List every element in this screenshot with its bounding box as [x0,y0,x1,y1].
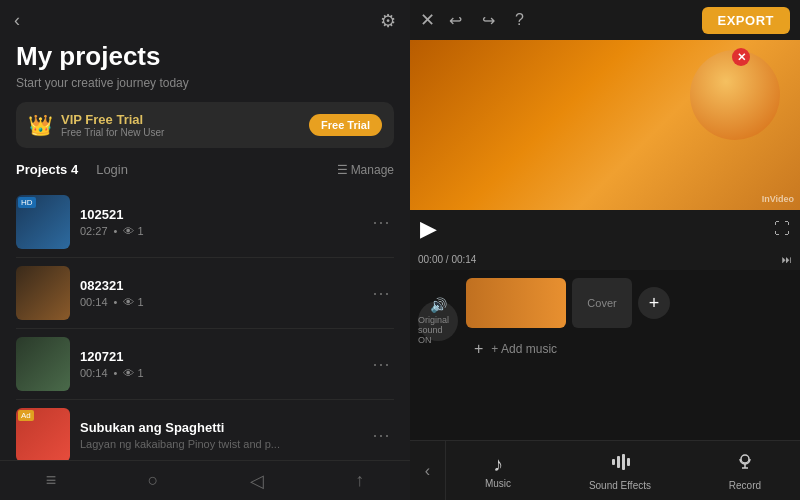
project-duration: 00:14 [80,367,108,379]
projects-tab[interactable]: Projects 4 [16,162,78,177]
vip-left: 👑 VIP Free Trial Free Trial for New User [28,112,164,138]
project-views: 👁 1 [123,367,143,379]
back-button[interactable]: ‹ [14,10,20,31]
export-button[interactable]: EXPORT [702,7,790,34]
tool-tabs: ♪ Music Sound Effects [446,451,800,491]
add-clip-button[interactable]: + [638,287,670,319]
redo-button[interactable]: ↪ [476,7,501,34]
project-item[interactable]: 082321 00:14 • 👁 1 ⋯ [16,258,394,329]
cover-clip[interactable]: Cover [572,278,632,328]
project-item[interactable]: Ad Subukan ang Spaghetti Lagyan ng kakai… [16,400,394,460]
page-subtitle: Start your creative journey today [16,76,394,90]
timeline-tracks: 🔊 Originalsound ON Cover + + + Add music [410,270,800,372]
nav-up-icon[interactable]: ↑ [355,470,364,491]
nav-back-icon[interactable]: ◁ [250,470,264,492]
project-item[interactable]: 120721 00:14 • 👁 1 ⋯ [16,329,394,400]
playback-bar: ▶ ⛶ [410,210,800,248]
track-clips: Cover + + + Add music [466,278,792,364]
left-bottom-nav: ≡ ○ ◁ ↑ [0,460,410,500]
video-clip[interactable] [466,278,566,328]
sound-icon: 🔊 [430,297,447,313]
project-more-button[interactable]: ⋯ [368,278,394,308]
time-current: 00:00 [418,254,443,265]
svg-rect-2 [622,454,625,470]
settings-icon[interactable]: ⚙ [380,10,396,32]
svg-point-4 [741,455,749,463]
sound-effects-icon [609,451,631,478]
project-duration: 00:14 [80,296,108,308]
timeline-fast-forward[interactable]: ⏭ [782,254,792,265]
timeline-area: 00:00 / 00:14 ⏭ 🔊 Originalsound ON Cover [410,248,800,440]
right-topbar: ✕ ↩ ↪ ? EXPORT [410,0,800,40]
music-tab[interactable]: ♪ Music [485,453,511,489]
toolbar-back-button[interactable]: ‹ [410,441,446,501]
vip-free-trial-button[interactable]: Free Trial [309,114,382,136]
vip-title: VIP Free Trial [61,112,164,127]
add-music-icon: + [474,340,483,358]
project-more-button[interactable]: ⋯ [368,207,394,237]
error-badge: ✕ [732,48,750,66]
add-music-row[interactable]: + + Add music [466,334,792,364]
project-info: 120721 00:14 • 👁 1 [80,349,358,379]
music-icon: ♪ [493,453,503,476]
project-meta: 00:14 • 👁 1 [80,296,358,308]
fullscreen-button[interactable]: ⛶ [774,220,790,238]
meta-sep: • [114,296,118,308]
project-meta: 02:27 • 👁 1 [80,225,358,237]
project-duration: 02:27 [80,225,108,237]
project-desc: Lagyan ng kakaibang Pinoy twist and p... [80,438,358,450]
original-sound-button[interactable]: 🔊 Originalsound ON [418,301,458,341]
project-name: 102521 [80,207,358,222]
project-thumbnail [16,337,70,391]
undo-button[interactable]: ↩ [443,7,468,34]
left-header: ‹ ⚙ [0,0,410,41]
ad-label: Ad [18,410,34,421]
cover-label: Cover [587,297,616,309]
meta-sep: • [114,225,118,237]
sound-effects-tab[interactable]: Sound Effects [589,451,651,491]
project-more-button[interactable]: ⋯ [368,349,394,379]
svg-rect-3 [627,458,630,466]
manage-link[interactable]: ☰ Manage [337,163,394,177]
project-views: 👁 1 [123,296,143,308]
crown-icon: 👑 [28,113,53,137]
project-name: Subukan ang Spaghetti [80,420,358,435]
right-panel: ✕ ↩ ↪ ? EXPORT ✕ InVideo ▶ ⛶ 00:00 / 00:… [410,0,800,500]
project-more-button[interactable]: ⋯ [368,420,394,450]
project-thumbnail: Ad [16,408,70,460]
video-frame: ✕ InVideo [410,40,800,210]
add-music-label: + Add music [491,342,557,356]
project-meta: 00:14 • 👁 1 [80,367,358,379]
play-button[interactable]: ▶ [420,216,437,242]
music-label: Music [485,478,511,489]
project-item[interactable]: HD 102521 02:27 • 👁 1 ⋯ [16,187,394,258]
record-tab[interactable]: Record [729,451,761,491]
project-name: 120721 [80,349,358,364]
project-list: HD 102521 02:27 • 👁 1 ⋯ 082321 [16,187,394,460]
right-bottom-toolbar: ‹ ♪ Music Sound Effects [410,440,800,500]
manage-label: Manage [351,163,394,177]
svg-rect-0 [612,459,615,465]
login-tab[interactable]: Login [96,162,128,177]
projects-header: Projects 4 Login ☰ Manage [16,162,394,177]
watermark: InVideo [762,194,794,204]
left-content: My projects Start your creative journey … [0,41,410,460]
svg-rect-1 [617,456,620,468]
project-info: 082321 00:14 • 👁 1 [80,278,358,308]
record-label: Record [729,480,761,491]
help-button[interactable]: ? [509,7,530,33]
sound-effects-label: Sound Effects [589,480,651,491]
project-info: 102521 02:27 • 👁 1 [80,207,358,237]
meta-sep: • [114,367,118,379]
track-controls: 🔊 Originalsound ON [418,301,458,341]
sound-label: Originalsound ON [418,315,458,345]
close-button[interactable]: ✕ [420,9,435,31]
vip-banner[interactable]: 👑 VIP Free Trial Free Trial for New User… [16,102,394,148]
nav-home-icon[interactable]: ○ [148,470,159,491]
project-thumbnail: HD [16,195,70,249]
nav-menu-icon[interactable]: ≡ [46,470,57,491]
project-thumbnail [16,266,70,320]
video-preview: ✕ InVideo [410,40,800,210]
time-total: 00:14 [451,254,476,265]
left-panel: ‹ ⚙ My projects Start your creative jour… [0,0,410,500]
